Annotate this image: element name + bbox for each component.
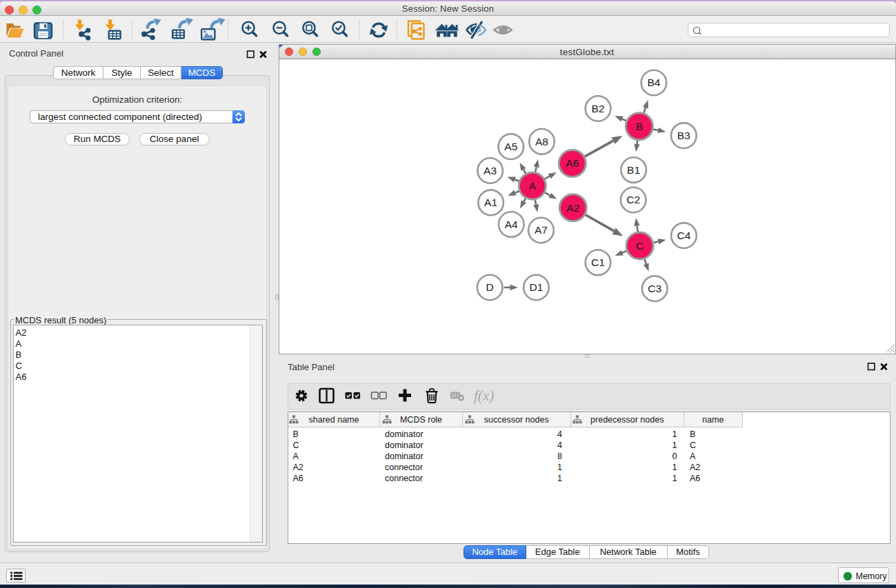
svg-text:D1: D1 [529,281,543,293]
svg-text:A4: A4 [505,219,518,230]
svg-text:D: D [486,281,494,293]
svg-text:A2: A2 [566,202,579,214]
svg-text:A: A [529,180,537,192]
svg-text:A3: A3 [484,165,497,176]
svg-text:B1: B1 [627,164,640,176]
svg-text:C4: C4 [677,230,690,241]
svg-text:B: B [636,121,643,132]
svg-text:A8: A8 [535,136,548,148]
svg-text:A6: A6 [566,157,579,169]
svg-text:A1: A1 [484,196,497,208]
svg-text:A5: A5 [504,141,517,152]
svg-text:C: C [636,240,644,252]
svg-text:B2: B2 [592,103,605,114]
svg-text:B3: B3 [677,130,690,141]
svg-text:C3: C3 [648,283,661,294]
svg-text:B4: B4 [647,77,660,88]
svg-text:C2: C2 [626,194,640,205]
svg-text:A7: A7 [535,224,548,236]
svg-text:f(x): f(x) [474,387,494,404]
svg-text:C1: C1 [591,256,605,268]
